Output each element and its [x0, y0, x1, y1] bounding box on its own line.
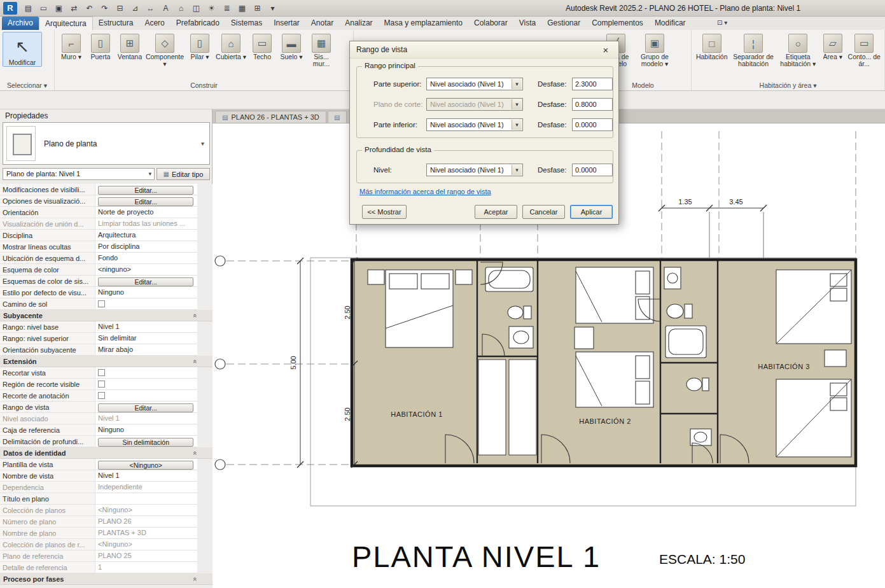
show-button[interactable]: << Mostrar [362, 205, 407, 219]
property-value[interactable]: PLANTAS + 3D [95, 528, 197, 538]
property-value[interactable]: Fondo [95, 253, 197, 263]
open-icon[interactable]: ▭ [36, 2, 51, 15]
collapse-chevron-icon[interactable]: « [192, 577, 199, 581]
ribbon-tab-archivo[interactable]: Archivo [2, 17, 39, 30]
apply-button[interactable]: Aplicar [570, 205, 613, 219]
tool-grupo-de-modelo[interactable]: ▣Grupo de modelo ▾ [636, 32, 674, 67]
depth-level-dropdown[interactable]: Nivel asociado (Nivel 1) [426, 164, 523, 176]
value-button[interactable]: Editar... [98, 186, 193, 195]
property-value[interactable]: Sin delimitación [95, 436, 197, 447]
ribbon-tab-gestionar[interactable]: Gestionar [541, 17, 586, 30]
property-value[interactable] [95, 493, 197, 504]
property-value[interactable]: Sin delimitar [95, 333, 197, 344]
tool-area[interactable]: ▱Área ▾ [820, 32, 846, 60]
ribbon-tab-arquitectura[interactable]: Arquitectura [39, 17, 93, 30]
tool-sistema-de-muro-cortina[interactable]: ▦Sis... mur... [307, 32, 336, 67]
view-tab-plano-26[interactable]: ▤ PLANO 26 - PLANTAS + 3D [215, 111, 326, 123]
value-button[interactable]: Editar... [98, 403, 193, 412]
collapse-chevron-icon[interactable]: « [192, 314, 199, 318]
property-value[interactable] [95, 379, 197, 389]
redo-icon[interactable]: ↷ [97, 2, 112, 15]
tool-techo[interactable]: ▭Techo [248, 32, 276, 60]
tool-contorno-de-area[interactable]: ▭Conto... de ár... [847, 32, 882, 67]
default-3d-view-icon[interactable]: ⌂ [174, 2, 188, 15]
print-icon[interactable]: ⊟ [113, 2, 127, 15]
property-value[interactable]: 1 [95, 562, 197, 573]
panel-label[interactable]: Seleccionar ▾ [0, 81, 54, 89]
collapse-chevron-icon[interactable]: « [192, 451, 199, 455]
render-icon[interactable]: ☀ [204, 2, 219, 15]
section-icon[interactable]: ◫ [189, 2, 204, 15]
property-value[interactable]: Ninguno [95, 287, 197, 298]
property-value[interactable]: PLANO 25 [95, 550, 197, 561]
checkbox[interactable] [98, 369, 105, 376]
property-value[interactable]: Norte de proyecto [95, 207, 197, 218]
checkbox[interactable] [98, 300, 105, 307]
view-tab-hidden[interactable]: ▤ [328, 111, 347, 123]
tool-modificar[interactable]: ↖Modificar [3, 32, 42, 67]
property-value[interactable] [95, 367, 197, 378]
tool-habitacion[interactable]: □Habitación [694, 32, 729, 60]
sync-icon[interactable]: ⇄ [67, 2, 81, 15]
qat-more-icon[interactable]: ▾ [265, 2, 280, 15]
schedule-icon[interactable]: ▦ [235, 2, 249, 15]
ribbon-tab-prefabricado[interactable]: Prefabricado [171, 17, 225, 30]
type-selector[interactable]: Plano de planta ▾ [3, 122, 210, 165]
file-menu-icon[interactable]: ▤ [21, 2, 36, 15]
property-value[interactable]: <Ninguno> [95, 539, 197, 550]
property-value[interactable] [95, 298, 197, 309]
ribbon-tab-sistemas[interactable]: Sistemas [225, 17, 268, 30]
bottom-offset-input[interactable] [572, 118, 613, 131]
cancel-button[interactable]: Cancelar [522, 205, 565, 219]
property-value[interactable]: Editar... [95, 402, 197, 412]
value-button[interactable]: Editar... [98, 197, 193, 206]
dialog-close-icon[interactable]: × [599, 45, 612, 55]
panel-label[interactable]: Habitación y área ▾ [692, 81, 884, 89]
aligned-dimension-icon[interactable]: ↔ [143, 2, 158, 15]
property-value[interactable]: Editar... [95, 184, 197, 195]
ribbon-tab-colaborar[interactable]: Colaborar [468, 17, 513, 30]
top-level-dropdown[interactable]: Nivel asociado (Nivel 1) [426, 78, 523, 90]
ribbon-tab-complementos[interactable]: Complementos [586, 17, 649, 30]
tool-separador-de-habitacion[interactable]: ¦Separador de habitación [730, 32, 776, 67]
dialog-titlebar[interactable]: Rango de vista × [350, 41, 618, 59]
ribbon-tab-modificar[interactable]: Modificar [649, 17, 692, 30]
ribbon-tab-vista[interactable]: Vista [513, 17, 541, 30]
property-value[interactable]: <Ninguno> [95, 505, 197, 515]
property-value[interactable]: Limpiar todas las uniones ... [95, 218, 197, 229]
property-value[interactable]: <Ninguno> [95, 459, 197, 470]
revit-logo[interactable]: R [3, 2, 17, 15]
save-icon[interactable]: ▣ [52, 2, 66, 15]
ribbon-tab-analizar[interactable]: Analizar [339, 17, 378, 30]
property-value[interactable]: Nivel 1 [95, 413, 197, 424]
ribbon-tab-anotar[interactable]: Anotar [305, 17, 339, 30]
property-value[interactable]: PLANO 26 [95, 516, 197, 527]
tool-ventana[interactable]: ⊞Ventana [116, 32, 144, 60]
property-value[interactable]: Nivel 1 [95, 470, 197, 481]
cut-plane-offset-input[interactable] [572, 98, 613, 111]
tool-muro[interactable]: ⌐Muro ▾ [57, 32, 85, 60]
thin-lines-icon[interactable]: ≣ [220, 2, 234, 15]
tool-suelo[interactable]: ▬Suelo ▾ [277, 32, 305, 60]
depth-offset-input[interactable] [572, 164, 613, 176]
tool-puerta[interactable]: ▯Puerta [87, 32, 115, 60]
undo-icon[interactable]: ↶ [82, 2, 97, 15]
checkbox[interactable] [98, 381, 105, 388]
top-offset-input[interactable] [572, 78, 613, 90]
bottom-level-dropdown[interactable]: Nivel asociado (Nivel 1) [426, 118, 523, 131]
ribbon-tab-insertar[interactable]: Insertar [268, 17, 305, 30]
value-button[interactable]: <Ninguno> [98, 461, 193, 470]
ui-box-icon[interactable]: ⊞ [250, 2, 265, 15]
view-instance-combo[interactable]: Plano de planta: Nivel 1 [3, 168, 155, 180]
property-value[interactable]: Nivel 1 [95, 321, 197, 332]
property-value[interactable]: Editar... [95, 195, 197, 206]
property-value[interactable]: <ninguno> [95, 264, 197, 275]
value-button[interactable]: Editar... [98, 277, 193, 286]
tool-componente[interactable]: ◇Componente ▾ [145, 32, 185, 67]
value-button[interactable]: Sin delimitación [98, 438, 193, 447]
property-value[interactable]: Mirar abajo [95, 344, 197, 355]
collapse-chevron-icon[interactable]: « [192, 360, 199, 363]
edit-type-button[interactable]: Editar tipo [157, 168, 210, 180]
property-value[interactable]: Independiente [95, 482, 197, 493]
ribbon-tab-masa-y-emplazamiento[interactable]: Masa y emplazamiento [379, 17, 468, 30]
